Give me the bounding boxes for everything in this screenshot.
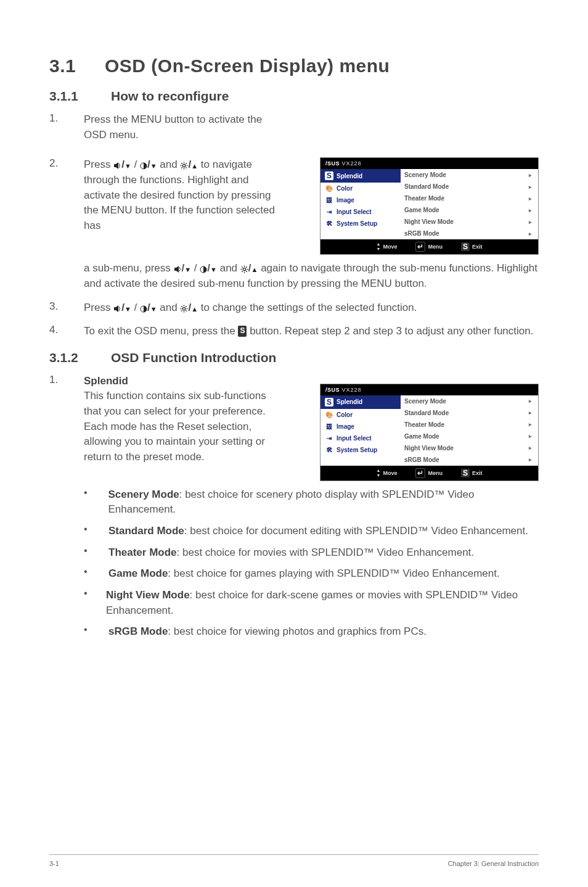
osd-mode-row: sRGB Mode▸ [401,228,538,239]
chevron-right-icon: ▸ [529,231,532,237]
down-arrow-icon [150,303,157,313]
osd-mode-row: Night View Mode▸ [401,216,538,228]
chevron-right-icon: ▸ [529,421,532,427]
h2-text: How to reconfigure [111,89,229,103]
svg-line-28 [186,306,187,307]
s-badge-icon: S [461,242,470,251]
step2-body-top: Press / / / and / to navigate through th… [84,157,279,233]
down-arrow-icon [210,263,217,274]
osd-side-image: 🖼Image [321,421,401,432]
osd-mode-row: Theater Mode▸ [401,192,538,204]
bullet-game: Game Mode: best choice for games playing… [108,566,500,582]
volume-down-icon [113,160,121,170]
page-title: 3.1OSD (On-Screen Display) menu [49,56,539,76]
svg-point-11 [243,268,245,271]
bullet-night: Night View Mode: best choice for dark-sc… [106,588,539,618]
step-number: 1. [49,112,84,149]
up-arrow-icon [251,263,258,274]
svg-line-19 [242,271,242,272]
osd-mode-row: Scenery Mode▸ [401,169,538,181]
h1-number: 3.1 [49,56,105,76]
osd-footer: Move ↵ Menu S Exit [321,239,538,254]
chevron-right-icon: ▸ [529,172,532,178]
osd-side-input: ⇥Input Select [321,432,401,444]
s-badge-icon: S [325,171,333,180]
up-arrow-icon [191,303,198,313]
step-number: 1. [49,374,84,465]
move-icon [377,243,381,250]
osd-mode-row: sRGB Mode▸ [401,454,538,466]
osd-screenshot-1: /SUS VX228 SSplendid 🎨Color 🖼Image ⇥Inpu… [320,157,539,255]
svg-line-9 [182,168,182,168]
bullet-theater: Theater Mode: best choice for movies wit… [108,545,474,561]
bullet-marker: • [84,545,108,561]
section-312-heading: 3.1.2OSD Function Introduction [49,350,539,365]
svg-line-6 [182,163,182,164]
step-number: 4. [49,324,84,339]
chevron-right-icon: ▸ [529,398,532,404]
osd-side-system: 🛠System Setup [321,444,401,456]
step-number: 2. [49,157,84,233]
step2-body-continued: a sub-menu, press / / / and / again to n… [84,261,539,291]
down-arrow-icon [125,160,131,170]
footer-chapter: Chapter 3: General Instruction [448,860,539,867]
image-icon: 🖼 [325,197,333,204]
brightness-icon [240,263,248,274]
enter-key-icon: ↵ [415,468,425,478]
osd-mode-row: Standard Mode▸ [401,181,538,192]
bullet-marker: • [84,588,106,618]
move-icon [377,469,381,477]
contrast-icon [140,160,147,170]
bullet-scenery: Scenery Mode: best choice for scenery ph… [108,487,539,518]
osd-side-splendid: SSplendid [321,169,401,183]
up-arrow-icon [191,160,198,170]
osd-side-splendid: SSplendid [321,395,401,409]
svg-point-21 [183,307,186,310]
contrast-icon [200,263,207,274]
h2-number: 3.1.2 [49,350,111,365]
chevron-right-icon: ▸ [529,196,532,202]
input-icon: ⇥ [325,208,333,215]
palette-icon: 🎨 [325,411,333,418]
step-number: 3. [49,300,84,316]
chevron-right-icon: ▸ [529,433,532,439]
svg-line-27 [186,310,187,311]
osd-mode-row: Game Mode▸ [401,204,538,216]
s-button-icon: S [238,326,247,336]
svg-line-7 [186,168,187,168]
step4-body: To exit the OSD menu, press the S button… [84,324,533,339]
contrast-icon [140,303,147,313]
down-arrow-icon [125,303,131,313]
volume-down-icon [113,303,121,313]
bullet-standard: Standard Mode: best choice for document … [108,524,528,539]
bullet-marker: • [84,524,108,539]
bullet-marker: • [84,624,108,640]
osd-mode-row: Night View Mode▸ [401,442,538,454]
down-arrow-icon [150,160,157,170]
chevron-right-icon: ▸ [529,184,532,190]
chevron-right-icon: ▸ [529,445,532,451]
input-icon: ⇥ [325,435,333,442]
tools-icon: 🛠 [325,447,333,453]
h2-text: OSD Function Introduction [111,350,276,365]
osd-mode-row: Game Mode▸ [401,431,538,442]
s-badge-icon: S [325,398,333,406]
svg-point-1 [183,165,186,167]
osd-mode-row: Theater Mode▸ [401,419,538,431]
osd-header: /SUS VX228 [321,158,538,169]
page-footer: 3-1 Chapter 3: General Instruction [49,854,539,867]
bullet-srgb: sRGB Mode: best choice for viewing photo… [108,624,427,640]
splendid-body: Splendid This function contains six sub-… [84,374,279,465]
volume-down-icon [174,263,182,274]
enter-key-icon: ↵ [415,242,425,252]
osd-mode-row: Standard Mode▸ [401,407,538,419]
chevron-right-icon: ▸ [529,207,532,213]
chevron-right-icon: ▸ [529,410,532,416]
osd-footer: Move ↵ Menu S Exit [321,466,538,481]
down-arrow-icon [184,263,191,274]
osd-header: /SUS VX228 [321,384,538,395]
osd-side-color: 🎨Color [321,409,401,421]
svg-line-8 [186,163,187,164]
chevron-right-icon: ▸ [529,456,532,463]
palette-icon: 🎨 [325,185,333,192]
